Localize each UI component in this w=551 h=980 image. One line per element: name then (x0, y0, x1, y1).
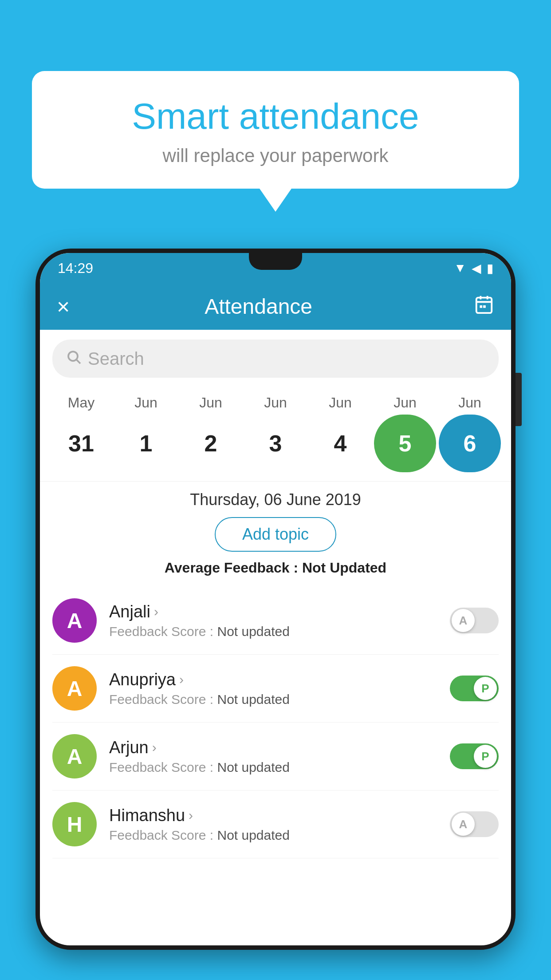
search-placeholder: Search (88, 349, 144, 369)
phone-screen: 14:29 ▼ ◀ ▮ × Attendance (40, 253, 511, 945)
date-3[interactable]: 3 (244, 415, 307, 472)
student-feedback-anjali: Feedback Score : Not updated (109, 624, 437, 639)
chevron-arjun: › (152, 740, 157, 755)
chevron-anjali: › (154, 604, 158, 619)
svg-rect-5 (483, 305, 486, 308)
student-info-himanshu: Himanshu › Feedback Score : Not updated (109, 806, 437, 843)
status-icons: ▼ ◀ ▮ (454, 261, 493, 276)
calendar-months: May Jun Jun Jun Jun Jun Jun (40, 387, 511, 411)
date-4[interactable]: 4 (309, 415, 371, 472)
toggle-anupriya[interactable]: P (450, 676, 499, 701)
chevron-anupriya: › (179, 672, 184, 687)
phone-container: 14:29 ▼ ◀ ▮ × Attendance (35, 249, 516, 980)
phone-notch (249, 253, 302, 270)
search-icon (66, 349, 82, 369)
calendar-dates: 31 1 2 3 4 5 6 (40, 411, 511, 481)
avatar-anupriya: A (52, 666, 97, 711)
status-time: 14:29 (58, 260, 93, 277)
search-bar[interactable]: Search (52, 340, 499, 378)
speech-bubble: Smart attendance will replace your paper… (32, 71, 519, 189)
battery-icon: ▮ (487, 261, 493, 276)
student-item-anupriya: A Anupriya › Feedback Score : Not update… (52, 655, 499, 723)
student-info-arjun: Arjun › Feedback Score : Not updated (109, 738, 437, 775)
student-name-himanshu[interactable]: Himanshu › (109, 806, 437, 825)
student-item-anjali: A Anjali › Feedback Score : Not updated … (52, 587, 499, 655)
date-2[interactable]: 2 (180, 415, 242, 472)
bubble-subtitle: will replace your paperwork (59, 145, 492, 166)
svg-line-7 (77, 360, 80, 363)
student-info-anupriya: Anupriya › Feedback Score : Not updated (109, 670, 437, 707)
date-5[interactable]: 5 (374, 415, 436, 472)
phone-frame: 14:29 ▼ ◀ ▮ × Attendance (35, 249, 516, 950)
toggle-himanshu[interactable]: A (450, 811, 499, 837)
chevron-himanshu: › (189, 808, 193, 823)
svg-point-6 (68, 352, 78, 361)
bubble-title: Smart attendance (59, 95, 492, 137)
calendar-icon[interactable] (474, 294, 494, 319)
close-button[interactable]: × (57, 294, 70, 320)
toggle-knob-anjali: A (452, 609, 475, 632)
student-feedback-himanshu: Feedback Score : Not updated (109, 828, 437, 843)
avatar-anjali: A (52, 598, 97, 643)
date-31[interactable]: 31 (50, 415, 112, 472)
month-6: Jun (439, 395, 501, 411)
month-3: Jun (244, 395, 307, 411)
student-info-anjali: Anjali › Feedback Score : Not updated (109, 602, 437, 639)
avatar-arjun: A (52, 734, 97, 778)
toggle-anjali[interactable]: A (450, 608, 499, 633)
add-topic-button[interactable]: Add topic (215, 517, 336, 552)
speech-bubble-container: Smart attendance will replace your paper… (32, 71, 519, 189)
month-4: Jun (309, 395, 371, 411)
student-name-anjali[interactable]: Anjali › (109, 602, 437, 621)
signal-icon: ◀ (472, 261, 481, 276)
date-1[interactable]: 1 (115, 415, 177, 472)
avg-feedback-value: Not Updated (302, 560, 386, 576)
app-bar: × Attendance (40, 283, 511, 330)
wifi-icon: ▼ (454, 261, 466, 275)
month-2: Jun (180, 395, 242, 411)
student-feedback-arjun: Feedback Score : Not updated (109, 760, 437, 775)
avg-feedback: Average Feedback : Not Updated (40, 560, 511, 576)
avatar-himanshu: H (52, 802, 97, 846)
app-bar-title: Attendance (70, 294, 447, 319)
month-0: May (50, 395, 112, 411)
student-feedback-anupriya: Feedback Score : Not updated (109, 692, 437, 707)
phone-power-button (516, 373, 522, 426)
full-date: Thursday, 06 June 2019 (40, 490, 511, 509)
toggle-knob-himanshu: A (452, 813, 475, 836)
date-6[interactable]: 6 (439, 415, 501, 472)
student-name-arjun[interactable]: Arjun › (109, 738, 437, 757)
toggle-arjun[interactable]: P (450, 743, 499, 769)
month-5: Jun (374, 395, 436, 411)
date-info-section: Thursday, 06 June 2019 Add topic Average… (40, 481, 511, 587)
month-1: Jun (115, 395, 177, 411)
student-list: A Anjali › Feedback Score : Not updated … (40, 587, 511, 858)
svg-rect-4 (480, 305, 482, 308)
toggle-knob-arjun: P (474, 745, 497, 768)
student-item-himanshu: H Himanshu › Feedback Score : Not update… (52, 790, 499, 858)
toggle-knob-anupriya: P (474, 677, 497, 700)
student-item-arjun: A Arjun › Feedback Score : Not updated P (52, 723, 499, 790)
avg-feedback-label: Average Feedback : (165, 560, 298, 576)
student-name-anupriya[interactable]: Anupriya › (109, 670, 437, 689)
